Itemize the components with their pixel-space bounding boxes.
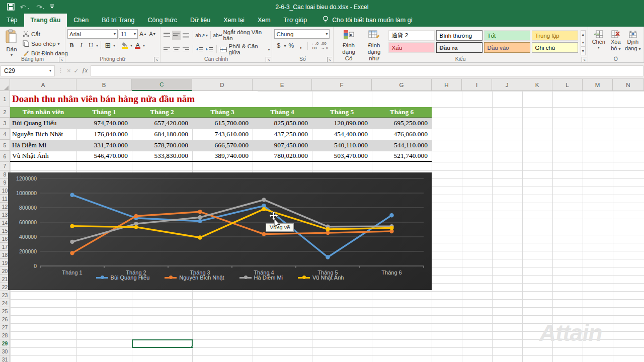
enter-icon[interactable]: ✓	[74, 67, 79, 74]
formula-input[interactable]	[91, 65, 643, 76]
tab-công-thức[interactable]: Công thức	[141, 14, 183, 27]
column-header-M[interactable]: M	[583, 79, 613, 91]
shrink-font-icon[interactable]: A▼	[148, 30, 157, 39]
bold-button[interactable]: B	[67, 41, 76, 50]
cell[interactable]: 657,420.000	[132, 118, 192, 129]
comma-style-icon[interactable]: ,	[296, 41, 305, 50]
font-color-icon[interactable]: A	[133, 41, 142, 50]
cell[interactable]: Vũ Nhật Ánh	[10, 151, 76, 161]
cell[interactable]: 615,700.000	[192, 118, 253, 129]
cell[interactable]: Tháng 4	[253, 107, 312, 117]
font-name-combo[interactable]: Arial▾	[67, 29, 118, 39]
row-header-23[interactable]: 23	[0, 291, 10, 299]
alignment-dialog-launcher[interactable]: ↘	[266, 57, 271, 62]
row-header-3[interactable]: 3	[0, 118, 10, 129]
cell[interactable]: 533,830.000	[132, 151, 192, 161]
legend-item[interactable]: Nguyễn Bích Nhật	[165, 275, 224, 281]
underline-button[interactable]: U	[87, 41, 95, 50]
column-header-N[interactable]: N	[613, 79, 644, 91]
cell[interactable]: 544,110.000	[372, 140, 432, 151]
column-header-L[interactable]: L	[552, 79, 583, 91]
column-header-A[interactable]: A	[10, 79, 76, 91]
row-header-29[interactable]: 29	[0, 339, 10, 347]
cell[interactable]: 743,610.000	[192, 129, 253, 140]
insert-function-icon[interactable]: ƒx	[82, 67, 88, 74]
tab-xem[interactable]: Xem	[251, 14, 277, 27]
tab-xem-lại[interactable]: Xem lại	[217, 14, 251, 27]
row-header-6[interactable]: 6	[0, 151, 10, 162]
row-header-27[interactable]: 27	[0, 323, 10, 331]
gallery-down-icon[interactable]: ▼	[581, 39, 585, 47]
cell[interactable]: Tháng 5	[312, 107, 372, 117]
gallery-up-icon[interactable]: ▲	[581, 31, 585, 39]
italic-button[interactable]: I	[77, 41, 86, 50]
delete-cells-button[interactable]: Xóabỏ ▾	[607, 28, 624, 55]
gallery-more-icon[interactable]: ▼	[581, 46, 585, 55]
save-icon[interactable]	[7, 2, 15, 12]
column-header-D[interactable]: D	[192, 79, 253, 91]
grow-font-icon[interactable]: A▲	[139, 30, 147, 39]
cell-style-xấu[interactable]: Xấu	[388, 42, 435, 53]
align-right-icon[interactable]	[182, 45, 190, 54]
cell[interactable]: 454,400.000	[312, 129, 372, 140]
row-header-7[interactable]: 7	[0, 162, 10, 170]
cut-button[interactable]: Cắt	[21, 30, 69, 39]
cell-style-tốt[interactable]: Tốt	[484, 30, 530, 41]
tab-bố-trí-trang[interactable]: Bố trí Trang	[95, 14, 141, 27]
font-dialog-launcher[interactable]: ↘	[154, 57, 159, 62]
tab-tệp[interactable]: Tệp	[0, 14, 24, 27]
cell[interactable]: 546,470.000	[76, 151, 132, 161]
column-header-F[interactable]: F	[312, 79, 372, 91]
column-header-G[interactable]: G	[372, 79, 432, 91]
wrap-text-icon[interactable]: ab↩	[213, 31, 222, 40]
insert-cells-button[interactable]: Chèn ▾	[590, 28, 607, 55]
cell[interactable]: 578,700.000	[132, 140, 192, 151]
align-middle-icon[interactable]	[172, 31, 181, 40]
cell[interactable]: 476,060.000	[372, 129, 432, 140]
cell[interactable]: Hà Diễm Mi	[10, 140, 76, 151]
font-size-combo[interactable]: 11▾	[119, 29, 138, 39]
row-header-31[interactable]: 31	[0, 355, 10, 362]
cell-style-trung-lập[interactable]: Trung lập	[532, 30, 578, 41]
row-header-5[interactable]: 5	[0, 140, 10, 151]
orientation-icon[interactable]: ab↗	[196, 31, 205, 40]
paste-button[interactable]: Dán ▾	[2, 28, 21, 57]
styles-dialog-launcher[interactable]: ↘	[582, 57, 587, 62]
chart-legend[interactable]: Bùi Quang HiếuNguyễn Bích NhậtHà Diễm Mi…	[8, 275, 432, 281]
row-header-28[interactable]: 28	[0, 331, 10, 339]
row-header-2[interactable]: 2	[0, 107, 10, 118]
redo-icon[interactable]	[35, 2, 45, 12]
cell[interactable]: 176,840.000	[76, 129, 132, 140]
copy-button[interactable]: Sao chép ▾	[21, 39, 69, 48]
row-header-30[interactable]: 30	[0, 347, 10, 355]
align-left-icon[interactable]	[163, 45, 171, 54]
column-header-B[interactable]: B	[76, 79, 132, 91]
cancel-icon[interactable]: ×	[67, 67, 71, 74]
fill-handle[interactable]	[191, 346, 193, 348]
increase-indent-icon[interactable]	[205, 45, 214, 54]
cell[interactable]: 825,850.000	[253, 118, 312, 129]
name-box[interactable]: C29▾	[1, 65, 55, 76]
decrease-indent-icon[interactable]	[196, 45, 204, 54]
cell[interactable]: 389,740.000	[192, 151, 253, 161]
cell-style-ghi-chú[interactable]: Ghi chú	[532, 42, 578, 53]
clipboard-dialog-launcher[interactable]: ↘	[59, 57, 64, 62]
tab-trợ-giúp[interactable]: Trợ giúp	[277, 14, 314, 27]
cell-style-đầu-ra[interactable]: Đầu ra	[436, 42, 482, 53]
column-header-J[interactable]: J	[492, 79, 522, 91]
qat-customize-icon[interactable]	[50, 2, 54, 12]
select-all-corner[interactable]	[0, 79, 10, 91]
row-header-1[interactable]: 1	[0, 91, 10, 107]
conditional-formatting-button[interactable]: ≠ Định dạng Cóđiều kiện ▾	[336, 28, 362, 57]
column-header-I[interactable]: I	[462, 79, 492, 91]
decrease-decimal-icon[interactable]: .00→.0	[320, 41, 329, 50]
column-header-K[interactable]: K	[522, 79, 552, 91]
cell[interactable]: 974,740.000	[76, 118, 132, 129]
cell[interactable]: Tên nhân viên	[10, 107, 76, 117]
format-cells-button[interactable]: Địnhdạng ▾	[624, 28, 641, 55]
accounting-format-icon[interactable]: $	[274, 41, 283, 50]
cell-style-通貨-2[interactable]: 通貨 2	[388, 30, 435, 41]
percent-style-icon[interactable]: %	[287, 41, 295, 50]
column-header-H[interactable]: H	[432, 79, 462, 91]
cell[interactable]: 684,180.000	[132, 129, 192, 140]
